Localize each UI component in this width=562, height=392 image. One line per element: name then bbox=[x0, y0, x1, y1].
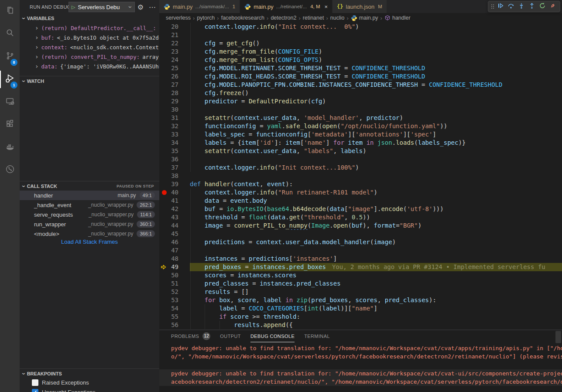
code-line-content[interactable]: threshold = float(data.get("threshold", … bbox=[190, 213, 562, 222]
editor-tab-main.py[interactable]: main.py.../retinanet/...4, M× bbox=[240, 0, 332, 13]
code-line-content[interactable]: instances = predictions['instances'] bbox=[190, 255, 562, 263]
breakpoints-section-header[interactable]: › BREAKPOINTS bbox=[20, 368, 159, 378]
line-number[interactable]: 34 bbox=[159, 139, 190, 147]
line-number[interactable]: 51 bbox=[159, 280, 190, 288]
code-line-27[interactable]: 27 cfg.MODEL.PANOPTIC_FPN.COMBINE.INSTAN… bbox=[159, 81, 562, 89]
line-number[interactable]: 46 bbox=[159, 238, 190, 246]
line-number[interactable]: 23 bbox=[159, 48, 190, 56]
line-number[interactable]: 36 bbox=[159, 155, 190, 164]
code-line-52[interactable]: 52 results = [] bbox=[159, 288, 562, 296]
activity-item-files[interactable] bbox=[0, 0, 20, 23]
more-actions-icon[interactable]: ⋯ bbox=[147, 2, 158, 12]
code-line-content[interactable]: labels = {item['id']: item['name'] for i… bbox=[190, 139, 562, 147]
variables-section-header[interactable]: › VARIABLES bbox=[20, 14, 159, 23]
panel-tab-problems[interactable]: PROBLEMS12 bbox=[171, 330, 210, 342]
line-number[interactable]: 50 bbox=[159, 271, 190, 280]
code-line-content[interactable]: context.logger.info("Init context...100%… bbox=[190, 164, 562, 172]
line-number[interactable]: 20 bbox=[159, 23, 190, 31]
code-line-24[interactable]: 24 cfg.merge_from_list(CONFIG_OPTS) bbox=[159, 56, 562, 64]
breadcrumb-item[interactable]: detectron2 bbox=[271, 15, 296, 21]
variable-row[interactable]: ›context:<nuclio_sdk.context.Context obj… bbox=[20, 42, 159, 52]
activity-item-extensions[interactable] bbox=[0, 113, 20, 136]
code-line-content[interactable] bbox=[190, 230, 562, 238]
line-number[interactable]: 47 bbox=[159, 246, 190, 255]
code-line-content[interactable]: labels_spec = functionconfig['metadata']… bbox=[190, 130, 562, 139]
panel-tab-terminal[interactable]: TERMINAL bbox=[304, 330, 330, 342]
code-line-content[interactable]: for box, score, label in zip(pred_boxes,… bbox=[190, 296, 562, 304]
code-line-47[interactable]: 47 bbox=[159, 246, 562, 255]
code-line-43[interactable]: 43 threshold = float(data.get("threshold… bbox=[159, 213, 562, 222]
line-number[interactable]: 52 bbox=[159, 288, 190, 296]
activity-item-docker[interactable] bbox=[0, 136, 20, 159]
code-line-49[interactable]: 49 pred_boxes = instances.pred_boxesYou,… bbox=[159, 263, 562, 271]
code-line-content[interactable]: cfg.merge_from_file(CONFIG_FILE) bbox=[190, 48, 562, 56]
code-line-54[interactable]: 54 label = COCO_CATEGORIES[int(label)]["… bbox=[159, 304, 562, 313]
load-all-stack-frames-link[interactable]: Load All Stack Frames bbox=[20, 239, 159, 245]
line-number[interactable]: 39 bbox=[159, 180, 190, 188]
line-number[interactable]: 21 bbox=[159, 31, 190, 39]
code-line-37[interactable]: 37 context.logger.info("Init context...1… bbox=[159, 164, 562, 172]
code-line-56[interactable]: 56 results.append({ bbox=[159, 321, 562, 329]
line-number[interactable]: 25 bbox=[159, 64, 190, 72]
code-line-41[interactable]: 41 data = event.body bbox=[159, 197, 562, 205]
variable-row[interactable]: ›buf:<_io.BytesIO object at 0x7f5a2dc1ec… bbox=[20, 33, 159, 42]
code-line-51[interactable]: 51 pred_classes = instances.pred_classes bbox=[159, 280, 562, 288]
restart-button[interactable] bbox=[537, 1, 548, 12]
step-out-button[interactable] bbox=[527, 1, 537, 12]
code-line-content[interactable]: cfg.MODEL.ROI_HEADS.SCORE_THRESH_TEST = … bbox=[190, 72, 562, 81]
line-number[interactable]: 56 bbox=[159, 321, 190, 329]
line-number[interactable]: 54 bbox=[159, 304, 190, 313]
breadcrumb-item[interactable]: nuclio bbox=[330, 15, 345, 21]
stack-frame-row[interactable]: <module>_nuclio_wrapper.py366:1 bbox=[20, 229, 159, 239]
code-line-36[interactable]: 36 bbox=[159, 155, 562, 164]
code-line-content[interactable]: label = COCO_CATEGORIES[int(label)]["nam… bbox=[190, 304, 562, 313]
line-number[interactable]: 30 bbox=[159, 106, 190, 114]
line-number[interactable]: 44 bbox=[159, 222, 190, 230]
code-line-55[interactable]: 55 if score >= threshold: bbox=[159, 313, 562, 321]
checkbox-unchecked-icon[interactable] bbox=[32, 379, 38, 386]
close-icon[interactable]: × bbox=[325, 3, 328, 10]
code-line-21[interactable]: 21 bbox=[159, 31, 562, 39]
code-line-content[interactable]: cfg = get_cfg() bbox=[190, 39, 562, 48]
variable-row[interactable]: ›data:{'image': 'iVBORw0KG..AAAANSUhE… bbox=[20, 61, 159, 71]
code-line-content[interactable] bbox=[190, 246, 562, 255]
stack-frame-row[interactable]: run_wrapper_nuclio_wrapper.py360:1 bbox=[20, 219, 159, 229]
line-number[interactable]: 43 bbox=[159, 213, 190, 222]
variable-row[interactable]: ›(return) convert_PIL_to_numpy:array([[[… bbox=[20, 52, 159, 61]
drag-grip-icon[interactable] bbox=[490, 1, 495, 12]
code-line-25[interactable]: 25 cfg.MODEL.RETINANET.SCORE_THRESH_TEST… bbox=[159, 64, 562, 72]
breakpoint-row[interactable]: ✓Uncaught Exceptions bbox=[20, 387, 159, 392]
code-line-33[interactable]: 33 labels_spec = functionconfig['metadat… bbox=[159, 130, 562, 139]
code-line-content[interactable]: context.logger.info("Run retinanet-R101 … bbox=[190, 188, 562, 197]
code-line-31[interactable]: 31 setattr(context.user_data, 'model_han… bbox=[159, 114, 562, 122]
code-line-46[interactable]: 46 predictions = context.user_data.model… bbox=[159, 238, 562, 246]
panel-tab-debug-console[interactable]: DEBUG CONSOLE bbox=[250, 330, 295, 342]
code-line-45[interactable]: 45 bbox=[159, 230, 562, 238]
breadcrumb-item[interactable]: pytorch bbox=[197, 15, 215, 21]
editor-tab-main.py[interactable]: main.py.../siammask/...1 bbox=[159, 0, 240, 13]
line-number[interactable]: 48 bbox=[159, 255, 190, 263]
code-line-content[interactable] bbox=[190, 31, 562, 39]
code-line-content[interactable]: results.append({ bbox=[190, 321, 562, 329]
code-line-content[interactable]: image = convert_PIL_to_numpy(Image.open(… bbox=[190, 222, 562, 230]
code-line-content[interactable]: buf = io.BytesIO(base64.b64decode(data["… bbox=[190, 205, 562, 213]
step-into-button[interactable] bbox=[516, 1, 527, 12]
checkbox-checked-icon[interactable]: ✓ bbox=[32, 389, 38, 392]
code-line-34[interactable]: 34 labels = {item['id']: item['name'] fo… bbox=[159, 139, 562, 147]
launch-config-dropdown[interactable]: ▷ Serverless Debu › bbox=[69, 2, 135, 12]
code-line-42[interactable]: 42 buf = io.BytesIO(base64.b64decode(dat… bbox=[159, 205, 562, 213]
start-debug-icon[interactable]: ▷ bbox=[72, 4, 75, 10]
code-line-content[interactable]: scores = instances.scores bbox=[190, 271, 562, 280]
code-line-content[interactable]: predictions = context.user_data.model_ha… bbox=[190, 238, 562, 246]
code-line-30[interactable]: 30 bbox=[159, 106, 562, 114]
code-line-48[interactable]: 48 instances = predictions['instances'] bbox=[159, 255, 562, 263]
code-line-content[interactable]: setattr(context.user_data, 'model_handle… bbox=[190, 114, 562, 122]
code-line-content[interactable]: setattr(context.user_data, "labels", lab… bbox=[190, 147, 562, 155]
stack-frame-row[interactable]: _handle_event_nuclio_wrapper.py262:1 bbox=[20, 200, 159, 210]
code-line-content[interactable]: data = event.body bbox=[190, 197, 562, 205]
line-number[interactable]: 38 bbox=[159, 172, 190, 180]
stack-frame-row[interactable]: handlermain.py49:1 bbox=[20, 191, 159, 200]
breadcrumb-item[interactable]: facebookresearch bbox=[221, 15, 264, 21]
line-number[interactable]: 32 bbox=[159, 122, 190, 130]
code-line-44[interactable]: 44 image = convert_PIL_to_numpy(Image.op… bbox=[159, 222, 562, 230]
